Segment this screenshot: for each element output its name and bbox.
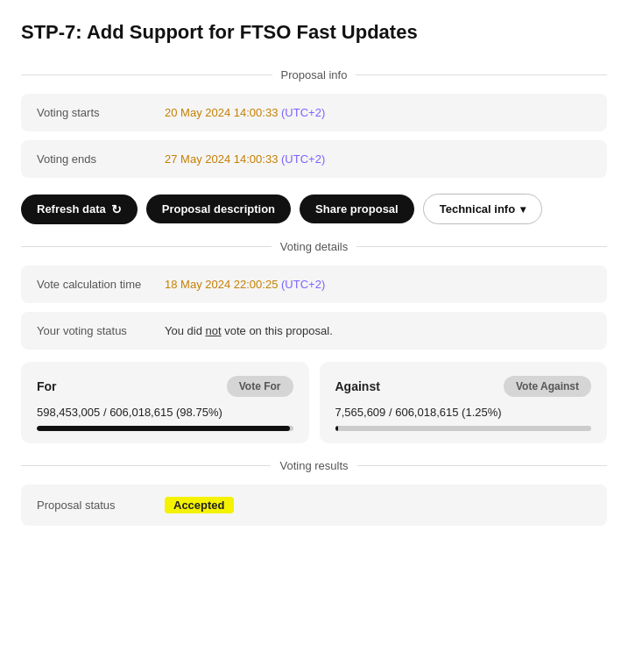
status-key: Proposal status — [37, 499, 151, 512]
calc-time-tz: (UTC+2) — [281, 278, 325, 291]
voting-ends-key: Voting ends — [37, 152, 151, 166]
for-numbers: 598,453,005 / 606,018,615 (98.75%) — [37, 406, 293, 419]
vote-for-header: For Vote For — [37, 376, 293, 397]
against-numbers: 7,565,609 / 606,018,615 (1.25%) — [335, 406, 592, 419]
vote-against-btn-label: Vote Against — [516, 380, 579, 393]
technical-info-button[interactable]: Technical info ▾ — [423, 194, 542, 224]
voting-details-divider: Voting details — [21, 240, 607, 253]
voting-ends-tz: (UTC+2) — [281, 152, 325, 166]
share-proposal-button[interactable]: Share proposal — [300, 195, 414, 223]
for-progress-fill — [37, 426, 290, 431]
proposal-info-label: Proposal info — [281, 68, 348, 81]
divider-line-left2 — [21, 246, 272, 247]
voting-starts-value: 20 May 2024 14:00:33 (UTC+2) — [165, 106, 325, 119]
against-progress-fill — [335, 426, 339, 431]
against-label: Against — [335, 379, 380, 393]
vote-for-card: For Vote For 598,453,005 / 606,018,615 (… — [21, 362, 309, 443]
against-progress-bg — [335, 426, 592, 431]
vote-against-header: Against Vote Against — [335, 376, 592, 397]
calc-time-key: Vote calculation time — [37, 278, 151, 291]
divider-line-left — [21, 74, 272, 75]
vote-against-card: Against Vote Against 7,565,609 / 606,018… — [320, 362, 608, 443]
technical-info-label: Technical info — [440, 202, 515, 216]
proposal-description-button[interactable]: Proposal description — [146, 195, 291, 223]
voting-results-divider: Voting results — [21, 459, 607, 472]
voting-results-label: Voting results — [279, 459, 348, 472]
vote-against-button[interactable]: Vote Against — [504, 376, 591, 397]
action-bar: Refresh data ↻ Proposal description Shar… — [21, 194, 607, 224]
proposal-info-divider: Proposal info — [21, 68, 607, 81]
voting-status-row: Your voting status You did not vote on t… — [21, 312, 607, 350]
voting-starts-tz: (UTC+2) — [281, 106, 325, 119]
chevron-down-icon: ▾ — [520, 203, 526, 216]
voting-starts-row: Voting starts 20 May 2024 14:00:33 (UTC+… — [21, 94, 607, 131]
calc-time-value: 18 May 2024 22:00:25 (UTC+2) — [165, 278, 325, 291]
proposal-status-inner: Proposal status Accepted — [37, 497, 591, 513]
voting-ends-date: 27 May 2024 14:00:33 — [165, 152, 278, 166]
divider-line-right — [356, 74, 607, 75]
voting-ends-row: Voting ends 27 May 2024 14:00:33 (UTC+2) — [21, 140, 607, 178]
calc-time-date: 18 May 2024 22:00:25 — [165, 278, 278, 291]
share-proposal-label: Share proposal — [315, 202, 399, 216]
voting-ends-value: 27 May 2024 14:00:33 (UTC+2) — [165, 152, 325, 166]
refresh-icon: ↻ — [111, 202, 122, 216]
refresh-label: Refresh data — [37, 202, 106, 216]
proposal-description-label: Proposal description — [162, 202, 275, 216]
divider-line-left3 — [21, 465, 271, 466]
voting-starts-date: 20 May 2024 14:00:33 — [165, 106, 278, 119]
voting-status-key: Your voting status — [37, 324, 151, 337]
divider-line-right2 — [356, 246, 607, 247]
for-progress-bg — [37, 426, 293, 431]
divider-line-right3 — [357, 465, 607, 466]
refresh-button[interactable]: Refresh data ↻ — [21, 195, 138, 224]
voting-details-label: Voting details — [280, 240, 348, 253]
for-label: For — [37, 379, 57, 393]
accepted-badge: Accepted — [165, 497, 234, 513]
voting-status-text: You did not vote on this proposal. — [165, 324, 333, 337]
page-title: STP-7: Add Support for FTSO Fast Updates — [21, 21, 607, 44]
vote-cards: For Vote For 598,453,005 / 606,018,615 (… — [21, 362, 607, 443]
proposal-status-row: Proposal status Accepted — [21, 485, 607, 526]
vote-for-button[interactable]: Vote For — [227, 376, 293, 397]
vote-for-btn-label: Vote For — [239, 380, 281, 393]
vote-calculation-row: Vote calculation time 18 May 2024 22:00:… — [21, 265, 607, 303]
voting-starts-key: Voting starts — [37, 106, 151, 119]
